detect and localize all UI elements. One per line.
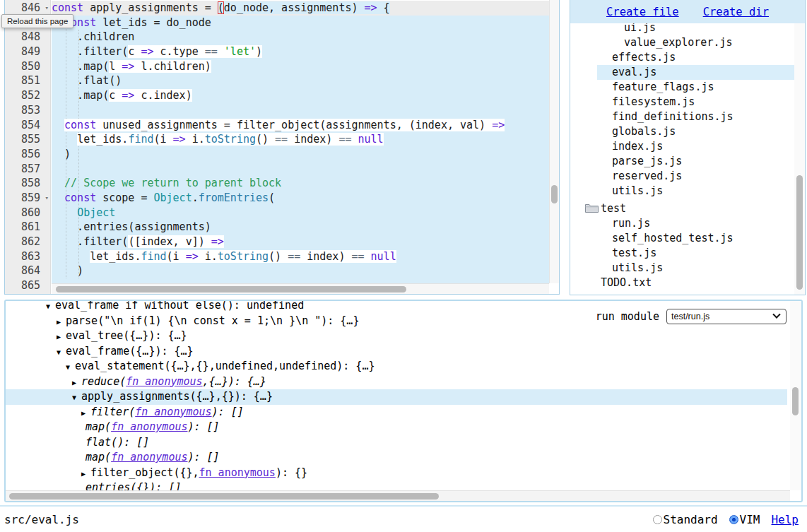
file-tree-folder[interactable]: test (570, 201, 794, 216)
scrollbar-thumb[interactable] (56, 286, 406, 292)
line-number[interactable]: 861 (5, 220, 50, 235)
file-tree-item[interactable]: effects.js (570, 50, 794, 65)
radio-selected-icon[interactable] (729, 515, 738, 524)
keybinding-standard-option[interactable]: Standard (653, 513, 718, 526)
line-number[interactable]: 846▾ (5, 1, 50, 16)
code-line[interactable]: .filter(c => c.type == 'let') (52, 45, 549, 59)
line-number[interactable]: 854 (5, 118, 50, 133)
code-line[interactable]: // Scope we return to parent block (52, 176, 549, 191)
fn-anonymous-link[interactable]: fn anonymous (111, 420, 187, 433)
line-number[interactable]: 860 (5, 206, 50, 220)
file-tree-item[interactable]: value_explorer.js (570, 35, 794, 50)
file-tree-item[interactable]: utils.js (570, 184, 794, 199)
create-file-link[interactable]: Create file (606, 6, 679, 18)
collapse-arrow-icon[interactable]: ▼ (46, 300, 55, 314)
file-tree-item[interactable]: index.js (570, 139, 794, 154)
scrollbar-thumb[interactable] (796, 175, 803, 290)
line-number[interactable]: 864 (5, 264, 50, 278)
scrollbar-thumb[interactable] (551, 185, 558, 203)
expand-arrow-icon[interactable]: ▶ (81, 406, 90, 421)
code-line[interactable] (52, 162, 549, 177)
collapse-arrow-icon[interactable]: ▼ (57, 345, 66, 360)
code-line[interactable]: ) (52, 147, 549, 162)
collapse-arrow-icon[interactable]: ▼ (66, 360, 75, 375)
file-tree-item[interactable]: eval.js (570, 65, 794, 80)
create-dir-link[interactable]: Create dir (703, 6, 769, 18)
code-line[interactable]: .map(l => l.children) (52, 59, 549, 74)
code-line[interactable]: let_ids.find(i => i.toString() == index)… (52, 249, 549, 264)
file-tree-item[interactable]: parse_js.js (570, 154, 794, 169)
call-tree-row[interactable]: map(fn anonymous): [] (6, 420, 787, 435)
call-tree-row[interactable]: ▼eval_frame({…}): {…} (6, 344, 787, 360)
fn-anonymous-link[interactable]: fn anonymous (135, 406, 211, 418)
code-line[interactable]: .flat() (52, 73, 549, 88)
code-line[interactable]: const apply_assignments = (do_node, assi… (52, 1, 549, 16)
editor-vertical-scrollbar[interactable] (549, 0, 559, 283)
line-number[interactable]: 858 (5, 176, 50, 191)
collapse-arrow-icon[interactable]: ▼ (72, 390, 81, 406)
line-number[interactable]: 857 (5, 162, 50, 177)
call-tree-horizontal-scrollbar[interactable] (6, 490, 790, 501)
expand-arrow-icon[interactable]: ▶ (81, 466, 90, 482)
call-tree-row[interactable]: ▶filter_object({},fn anonymous): {} (6, 466, 787, 481)
file-tree-item[interactable]: utils.js (570, 261, 794, 276)
file-tree-item[interactable]: reserved.js (570, 169, 794, 184)
code-line[interactable]: .filter(([index, v]) => (52, 235, 549, 249)
line-number[interactable]: 849 (5, 45, 50, 59)
call-tree-vertical-scrollbar[interactable] (790, 301, 801, 490)
code-line[interactable]: .children (52, 30, 549, 45)
code-line[interactable]: .map(c => c.index) (52, 88, 549, 103)
line-number[interactable]: 855 (5, 132, 50, 147)
file-tree-item[interactable]: test.js (570, 246, 794, 261)
line-number[interactable]: 848 (5, 30, 50, 45)
fn-anonymous-link[interactable]: fn anonymous (126, 375, 202, 388)
call-tree-row[interactable]: ▶reduce(fn anonymous,{…}): {…} (6, 374, 787, 390)
line-number[interactable]: 856 (5, 147, 50, 162)
fold-arrow-icon[interactable]: ▾ (45, 1, 49, 16)
fn-anonymous-link[interactable]: fn anonymous (199, 466, 276, 479)
expand-arrow-icon[interactable]: ▶ (57, 314, 66, 330)
line-number[interactable]: 862 (5, 235, 50, 249)
file-tree-item[interactable]: self_hosted_test.js (570, 231, 794, 246)
call-tree-row[interactable]: ▶eval_tree({…}): {…} (6, 329, 787, 344)
file-list-scrollbar[interactable] (794, 23, 805, 295)
file-tree-item[interactable]: TODO.txt (570, 276, 794, 290)
file-tree-item[interactable]: run.js (570, 216, 794, 231)
call-tree-row[interactable]: ▼apply_assignments({…},{}): {…} (6, 389, 787, 405)
keybinding-vim-option[interactable]: VIM (729, 513, 760, 526)
file-tree-item[interactable]: find_definitions.js (570, 110, 794, 124)
fn-anonymous-link[interactable]: fn anonymous (111, 451, 187, 463)
line-number[interactable]: 859▾ (5, 191, 50, 206)
fold-arrow-icon[interactable]: ▾ (45, 191, 49, 206)
code-line[interactable]: ) (52, 264, 549, 278)
file-tree-item[interactable]: filesystem.js (570, 95, 794, 110)
run-module-select[interactable]: test/run.js (666, 309, 787, 324)
code-line[interactable]: const let_ids = do_node (52, 16, 549, 30)
expand-arrow-icon[interactable]: ▶ (72, 375, 81, 391)
code-area[interactable]: const apply_assignments = (do_node, assi… (52, 0, 549, 294)
scrollbar-thumb[interactable] (9, 493, 439, 500)
line-number[interactable]: 863 (5, 249, 50, 264)
file-tree-item[interactable]: feature_flags.js (570, 80, 794, 95)
code-line[interactable]: const scope = Object.fromEntries( (52, 191, 549, 206)
call-tree-row[interactable]: ▶filter(fn anonymous): [] (6, 405, 787, 420)
code-line[interactable]: let_ids.find(i => i.toString() == index)… (52, 132, 549, 147)
line-number[interactable]: 851 (5, 73, 50, 88)
code-line[interactable]: const unused_assignments = filter_object… (52, 118, 549, 133)
help-link[interactable]: Help (771, 513, 799, 526)
line-number[interactable]: 853 (5, 103, 50, 118)
code-line[interactable]: .entries(assignments) (52, 220, 549, 235)
call-tree-row[interactable]: ▼eval_statement({…},{},undefined,undefin… (6, 359, 787, 374)
call-tree-row[interactable]: flat(): [] (6, 435, 787, 451)
scrollbar-thumb[interactable] (792, 387, 799, 415)
line-number[interactable]: 852 (5, 88, 50, 103)
expand-arrow-icon[interactable]: ▶ (57, 329, 66, 345)
line-number[interactable]: 865 (5, 278, 50, 293)
radio-unselected-icon[interactable] (653, 515, 662, 524)
call-tree-row[interactable]: map(fn anonymous): [] (6, 450, 787, 466)
line-number[interactable]: 850 (5, 59, 50, 74)
code-line[interactable]: Object (52, 206, 549, 220)
editor-horizontal-scrollbar[interactable] (52, 283, 549, 294)
code-line[interactable] (52, 103, 549, 118)
file-tree-item[interactable]: globals.js (570, 124, 794, 139)
